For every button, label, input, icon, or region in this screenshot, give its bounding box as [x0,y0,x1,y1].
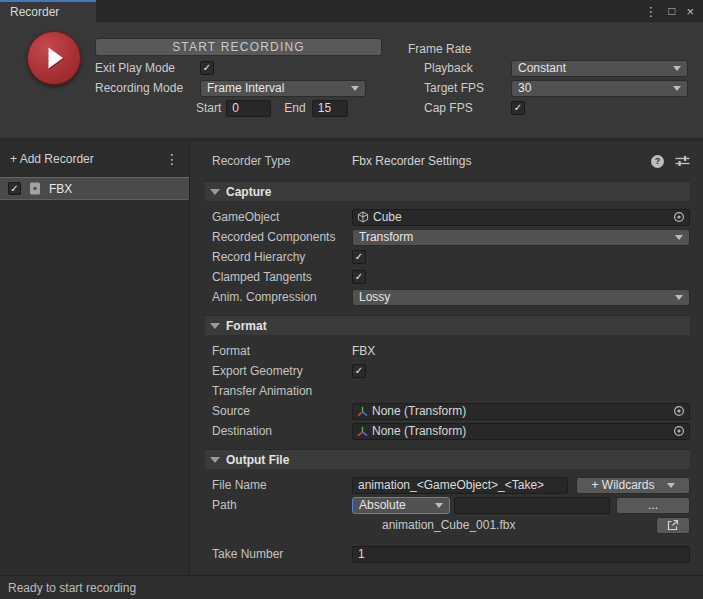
format-section-header[interactable]: Format [205,315,690,335]
playback-row: Playback Constant [408,58,688,78]
main-area: + Add Recorder ⋮ ✓ FBX Recorder Type Fbx… [0,138,703,575]
file-name-row: File Name animation_<GameObject>_<Take> … [212,475,690,495]
playback-label: Playback [424,61,511,75]
file-name-field[interactable]: animation_<GameObject>_<Take> [352,477,568,494]
anim-compression-label: Anim. Compression [212,290,352,304]
take-number-row: Take Number 1 [212,544,690,564]
recording-mode-label: Recording Mode [95,81,200,95]
start-frame-field[interactable]: 0 [226,100,271,117]
chevron-down-icon [675,295,683,300]
check-icon: ✓ [355,366,363,376]
transport-left: START RECORDING Exit Play Mode ✓ Recordi… [95,38,382,118]
recording-mode-row: Recording Mode Frame Interval [95,78,382,98]
frame-rate-block: Frame Rate Playback Constant Target FPS … [408,40,688,118]
target-fps-label: Target FPS [424,81,511,95]
transport-section: START RECORDING Exit Play Mode ✓ Recordi… [0,22,703,138]
foldout-icon [210,189,220,195]
playback-dropdown[interactable]: Constant [511,60,688,77]
check-icon: ✓ [10,184,18,194]
capture-section-header[interactable]: Capture [205,181,690,201]
gameobject-row: GameObject Cube [212,207,690,227]
record-button[interactable] [27,31,81,85]
recorder-type-row: Recorder Type Fbx Recorder Settings ? [212,151,690,171]
transfer-animation-row: Transfer Animation [212,381,690,401]
anim-compression-dropdown[interactable]: Lossy [352,289,690,306]
recorded-components-row: Recorded Components Transform [212,227,690,247]
help-icon[interactable]: ? [651,155,664,168]
format-value: FBX [352,344,375,358]
recorded-components-dropdown[interactable]: Transform [352,229,690,246]
wildcards-button[interactable]: + Wildcards [576,477,690,494]
window-menu-icon[interactable]: ⋮ [644,5,657,18]
record-hierarchy-label: Record Hierarchy [212,250,352,264]
frame-rate-title: Frame Rate [408,40,688,58]
chevron-down-icon [673,86,681,91]
chevron-down-icon [673,66,681,71]
start-recording-button[interactable]: START RECORDING [95,38,382,56]
start-frame-label: Start [196,101,221,115]
recorder-file-icon [29,182,41,195]
output-preview-text: animation_Cube_001.fbx [352,518,656,532]
format-section-title: Format [226,319,267,333]
export-geometry-checkbox[interactable]: ✓ [352,364,366,378]
record-hierarchy-row: Record Hierarchy ✓ [212,247,690,267]
status-bar: Ready to start recording [0,575,703,599]
recorder-item-label: FBX [49,182,72,196]
clamped-tangents-label: Clamped Tangents [212,270,352,284]
destination-label: Destination [212,424,352,438]
recording-mode-dropdown[interactable]: Frame Interval [200,80,366,97]
window-controls: ⋮ □ × [644,0,703,22]
chevron-down-icon [435,503,443,508]
gameobject-object-field[interactable]: Cube [352,209,690,226]
object-picker-icon[interactable] [673,405,685,417]
destination-object-field[interactable]: None (Transform) [352,423,690,440]
object-picker-icon[interactable] [673,425,685,437]
clamped-tangents-row: Clamped Tangents ✓ [212,267,690,287]
tab-recorder[interactable]: Recorder [0,0,96,22]
take-number-label: Take Number [212,547,352,561]
export-geometry-label: Export Geometry [212,364,352,378]
open-external-icon [667,519,679,531]
target-fps-dropdown[interactable]: 30 [511,80,688,97]
take-number-field[interactable]: 1 [352,546,690,563]
browse-button[interactable]: ... [616,497,690,514]
recorded-components-label: Recorded Components [212,230,352,244]
frame-interval-row: Start 0 End 15 [95,98,382,118]
sidebar-header: + Add Recorder ⋮ [0,141,189,177]
cube-icon [357,211,369,223]
exit-play-mode-label: Exit Play Mode [95,61,200,75]
maximize-icon[interactable]: □ [668,5,675,17]
source-object-field[interactable]: None (Transform) [352,403,690,420]
source-label: Source [212,404,352,418]
object-picker-icon[interactable] [673,211,685,223]
exit-play-mode-checkbox[interactable]: ✓ [200,61,214,75]
open-output-button[interactable] [656,517,690,534]
gameobject-label: GameObject [212,210,352,224]
end-frame-field[interactable]: 15 [312,100,348,117]
output-file-section-header[interactable]: Output File [205,449,690,469]
export-geometry-row: Export Geometry ✓ [212,361,690,381]
path-label: Path [212,498,352,512]
add-recorder-button[interactable]: + Add Recorder [10,152,94,166]
chevron-down-icon [667,483,675,488]
inspector-panel: Recorder Type Fbx Recorder Settings ? [190,141,703,575]
path-mode-dropdown[interactable]: Absolute [352,497,450,514]
destination-row: Destination None (Transform) [212,421,690,441]
capture-section-title: Capture [226,185,271,199]
path-field[interactable] [454,497,610,514]
check-icon: ✓ [514,103,522,113]
chevron-down-icon [675,235,683,240]
record-hierarchy-checkbox[interactable]: ✓ [352,250,366,264]
output-file-section-title: Output File [226,453,289,467]
recorder-type-value: Fbx Recorder Settings [352,154,651,168]
clamped-tangents-checkbox[interactable]: ✓ [352,270,366,284]
recorder-list-item-fbx[interactable]: ✓ FBX [0,177,189,200]
close-icon[interactable]: × [686,5,694,18]
cap-fps-checkbox[interactable]: ✓ [511,101,525,115]
preset-icon[interactable] [675,155,690,167]
cap-fps-row: Cap FPS ✓ [408,98,688,118]
transform-icon [357,406,368,417]
recorder-enabled-checkbox[interactable]: ✓ [8,182,21,195]
transfer-animation-label: Transfer Animation [212,384,352,398]
sidebar-menu-icon[interactable]: ⋮ [165,151,179,167]
